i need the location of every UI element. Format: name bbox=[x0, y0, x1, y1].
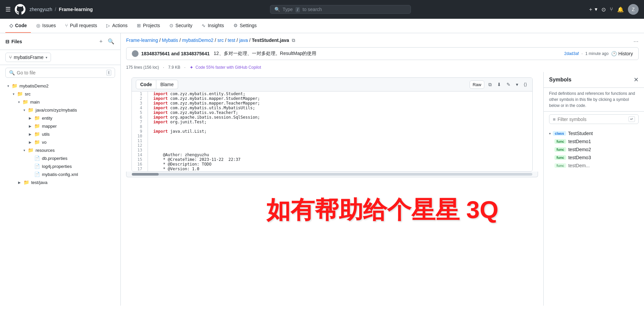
tree-folder-resources[interactable]: ▾ 📁 resources bbox=[0, 146, 120, 154]
more-options-button[interactable]: … bbox=[633, 37, 639, 43]
go-to-file-input[interactable]: 🔍 t bbox=[5, 68, 115, 78]
commit-bar: 18348375641 and 18348375641 12、多对一处理、一对多… bbox=[126, 47, 639, 60]
search-box[interactable]: 🔍 Type / to search bbox=[270, 5, 411, 14]
func-badge: func bbox=[554, 163, 566, 168]
branch-name: mybatisFrame bbox=[14, 55, 44, 60]
symbol-func-testdemo2[interactable]: func testDemo2 bbox=[544, 145, 644, 153]
create-button[interactable]: ＋ ▾ bbox=[588, 6, 597, 13]
caret-mapper: ▶ bbox=[29, 124, 32, 128]
tree-folder-mapper[interactable]: ▶ 📁 mapper bbox=[0, 122, 120, 130]
file-meta: 175 lines (156 loc) · 7.9 KB · ✦ Code 55… bbox=[121, 63, 644, 72]
repo-owner-link[interactable]: zhengyuzh bbox=[30, 7, 52, 12]
search-area: 🔍 Type / to search bbox=[98, 5, 583, 14]
code-icon: ◇ bbox=[9, 23, 13, 28]
history-icon: 🕐 bbox=[611, 51, 617, 56]
breadcrumb-src[interactable]: src bbox=[217, 38, 224, 43]
tab-insights[interactable]: ∿ Insights bbox=[198, 19, 228, 33]
symbols-close-button[interactable]: ✕ bbox=[634, 76, 639, 83]
history-button[interactable]: 🕐 History bbox=[611, 51, 633, 56]
horizontal-scrollbar[interactable] bbox=[132, 173, 532, 176]
breadcrumb-java[interactable]: java bbox=[239, 38, 248, 43]
breadcrumb-mybatis[interactable]: Mybatis bbox=[162, 38, 178, 43]
edit-button[interactable]: ✎ bbox=[505, 80, 512, 88]
download-button[interactable]: ⬇ bbox=[496, 80, 502, 88]
symbol-func-testdemo-partial[interactable]: func testDem... bbox=[544, 162, 644, 170]
tab-code[interactable]: ◇ Code bbox=[5, 19, 31, 33]
symbols-list: ▾ class TestStudent func testDemo1 func … bbox=[544, 127, 644, 172]
tree-file-log4j[interactable]: 📄 log4j.properties bbox=[0, 162, 120, 170]
tab-projects[interactable]: ⊞ Projects bbox=[133, 19, 164, 33]
symbol-func-testdemo3[interactable]: func testDemo3 bbox=[544, 153, 644, 162]
tree-folder-java-com-zyz-mybatis[interactable]: ▾ 📁 java/com/zyz/mybatis bbox=[0, 106, 120, 114]
tab-actions[interactable]: ▷ Actions bbox=[102, 19, 131, 33]
folder-icon: 📁 bbox=[28, 107, 34, 113]
tab-security[interactable]: ⊙ Security bbox=[165, 19, 197, 33]
folder-icon: 📁 bbox=[34, 139, 40, 145]
pull-requests-icon[interactable]: ⑂ bbox=[610, 6, 613, 12]
github-logo bbox=[15, 4, 25, 15]
copilot-badge[interactable]: ✦ Code 55% faster with GitHub Copilot bbox=[190, 65, 261, 70]
copy-code-button[interactable]: ⧉ bbox=[487, 80, 493, 89]
commit-message: 12、多对一处理、一对多处理。ResultMap的使用 bbox=[214, 51, 317, 57]
code-tab-code[interactable]: Code bbox=[136, 80, 156, 89]
repo-name-link[interactable]: Frame-learning bbox=[59, 7, 93, 12]
code-line: 15 * @CreateTime: 2023-11-22 22:37 bbox=[132, 157, 532, 162]
tree-file-db-properties[interactable]: 📄 db.properties bbox=[0, 154, 120, 162]
sep6: / bbox=[249, 38, 251, 43]
code-container: Code Blame Raw ⧉ ⬇ ✎ ▾ ⟨⟩ bbox=[131, 77, 533, 172]
file-viewer: Code Blame Raw ⧉ ⬇ ✎ ▾ ⟨⟩ bbox=[121, 72, 543, 306]
issues-icon: ◎ bbox=[36, 23, 40, 28]
symbols-toggle[interactable]: ⟨⟩ bbox=[522, 80, 528, 88]
code-tab-blame[interactable]: Blame bbox=[156, 80, 178, 89]
more-code-options[interactable]: ▾ bbox=[515, 80, 520, 88]
copy-path-button[interactable]: ⧉ bbox=[292, 38, 295, 43]
caret-main: ▾ bbox=[18, 100, 20, 104]
go-to-file-field[interactable] bbox=[17, 70, 104, 75]
commit-separator: · bbox=[582, 51, 583, 56]
symbol-func-name: testDemo2 bbox=[568, 147, 591, 152]
caret-vo: ▶ bbox=[29, 140, 32, 144]
user-avatar[interactable]: Z bbox=[628, 4, 639, 15]
symbols-filter[interactable]: ≡ ↵ bbox=[549, 114, 639, 124]
breadcrumb-frame-learning[interactable]: Frame-learning bbox=[126, 38, 158, 43]
tree-folder-mybatisDemo2[interactable]: ▾ 📁 mybatisDemo2 bbox=[0, 82, 120, 90]
search-icon: 🔍 bbox=[274, 7, 280, 12]
symbol-class-teststudent[interactable]: ▾ class TestStudent bbox=[544, 129, 644, 137]
tree-folder-vo[interactable]: ▶ 📁 vo bbox=[0, 138, 120, 146]
tree-folder-entity[interactable]: ▶ 📁 entity bbox=[0, 114, 120, 122]
folder-icon: 📁 bbox=[22, 99, 28, 105]
code-block: 1import com.zyz.mybatis.entity.Student; … bbox=[132, 91, 532, 171]
raw-button[interactable]: Raw bbox=[470, 80, 484, 89]
nav-right: ＋ ▾ ⊙ ⑂ 🔔 Z bbox=[588, 4, 639, 15]
tree-label: entity bbox=[42, 116, 52, 121]
commit-hash[interactable]: 2dad3af bbox=[564, 51, 579, 56]
breadcrumb-mybatisDemo2[interactable]: mybatisDemo2 bbox=[182, 38, 213, 43]
nav-left: ☰ zhengyuzh / Frame-learning bbox=[5, 4, 93, 15]
folder-icon: 📁 bbox=[34, 123, 40, 129]
add-file-button[interactable]: ＋ bbox=[98, 37, 104, 46]
file-tree: ▾ 📁 mybatisDemo2 ▾ 📁 src ▾ 📁 main ▾ bbox=[0, 80, 120, 306]
func-badge: func bbox=[554, 147, 566, 152]
goto-file-shortcut: t bbox=[106, 70, 111, 76]
notifications-icon[interactable]: 🔔 bbox=[617, 6, 624, 13]
tree-folder-test-java[interactable]: ▶ 📁 test/java bbox=[0, 178, 120, 186]
security-icon: ⊙ bbox=[169, 23, 173, 28]
sep3: / bbox=[215, 38, 216, 43]
tab-issues[interactable]: ◎ Issues bbox=[32, 19, 60, 33]
tree-file-mybatis-config[interactable]: 📄 mybatis-config.xml bbox=[0, 170, 120, 178]
tree-folder-utils[interactable]: ▶ 📁 utils bbox=[0, 130, 120, 138]
tab-settings[interactable]: ⚙ Settings bbox=[229, 19, 261, 33]
breadcrumb-test[interactable]: test bbox=[228, 38, 235, 43]
branch-dropdown[interactable]: ⑂ mybatisFrame ▾ bbox=[5, 53, 51, 62]
hamburger-menu[interactable]: ☰ bbox=[5, 6, 11, 13]
tree-folder-main[interactable]: ▾ 📁 main bbox=[0, 98, 120, 106]
symbols-filter-input[interactable] bbox=[557, 117, 627, 122]
tab-pull-requests[interactable]: ⑂ Pull requests bbox=[61, 19, 101, 33]
tree-folder-src[interactable]: ▾ 📁 src bbox=[0, 90, 120, 98]
branch-chevron: ▾ bbox=[46, 56, 47, 59]
symbol-func-testdemo1[interactable]: func testDemo1 bbox=[544, 137, 644, 145]
issues-icon[interactable]: ⊙ bbox=[601, 6, 606, 13]
code-line: 6import org.apache.ibatis.session.SqlSes… bbox=[132, 115, 532, 120]
symbol-func-name-partial: testDem... bbox=[568, 163, 590, 168]
search-files-button[interactable]: 🔍 bbox=[107, 37, 115, 46]
